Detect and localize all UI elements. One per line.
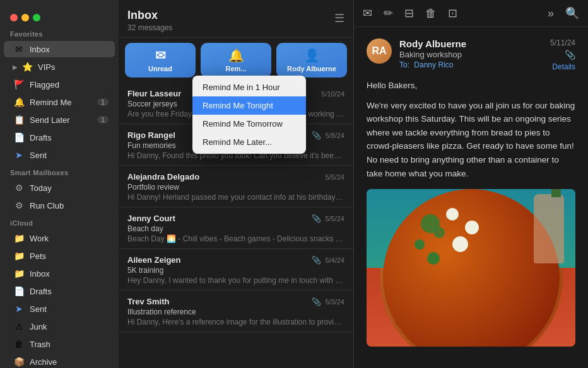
detail-to-label: To: — [399, 60, 409, 69]
minimize-button[interactable] — [21, 14, 29, 21]
email-subject-4: 5K training — [127, 266, 344, 275]
sidebar-item-drafts[interactable]: 📄 Drafts — [4, 129, 115, 146]
archive-toolbar-icon[interactable]: ⊟ — [404, 6, 414, 20]
detail-email-header: RA Rody Albuerne Baking workshop To: Dan… — [367, 38, 575, 71]
dropdown-remind-tomorrow[interactable]: Remind Me Tomorrow — [192, 115, 306, 133]
detail-to-name: Danny Rico — [414, 60, 453, 69]
sidebar-item-flagged[interactable]: 🚩 Flagged — [4, 76, 115, 93]
sidebar-item-icloud-inbox[interactable]: 📁 Inbox — [4, 265, 115, 282]
favorites-section-label: Favorites — [0, 25, 119, 40]
sidebar-item-inbox-label: Inbox — [30, 45, 109, 54]
sidebar-item-send-later[interactable]: 📋 Send Later 1 — [4, 112, 115, 128]
email-sender-5: Trev Smith — [127, 297, 169, 306]
detail-body-greeting: Hello Bakers, — [367, 79, 575, 93]
sidebar-item-sent[interactable]: ➤ Sent — [4, 147, 115, 163]
unread-btn-icon: ✉ — [155, 48, 166, 63]
work-folder-icon: 📁 — [13, 232, 25, 244]
attachment-icon-5: 📎 — [312, 297, 321, 306]
delete-icon[interactable]: 🗑 — [425, 7, 437, 20]
sidebar-item-pets[interactable]: 📁 Pets — [4, 248, 115, 264]
detail-date-area: 5/11/24 📎 Details — [550, 38, 575, 71]
detail-sender-name: Rody Albuerne — [399, 38, 550, 49]
email-preview-4: Hey Danny, I wanted to thank you for put… — [127, 276, 344, 285]
move-icon[interactable]: ⊡ — [448, 6, 457, 20]
filter-remind-button[interactable]: 🔔 Rem... — [201, 43, 271, 78]
email-subject-2: Portfolio review — [127, 183, 344, 192]
icloud-sent-icon: ➤ — [13, 302, 25, 315]
email-date-1: 5/8/24 — [325, 132, 344, 139]
sidebar-item-pets-label: Pets — [30, 251, 109, 261]
email-preview-3: Beach Day 🌅 - Chill vibes - Beach games … — [127, 234, 344, 243]
remind-me-badge: 1 — [97, 98, 109, 106]
email-item-4[interactable]: Aileen Zeigen 📎 5/4/24 5K training Hey D… — [119, 249, 353, 290]
detail-details-link[interactable]: Details — [552, 62, 575, 71]
sidebar-item-icloud-sent[interactable]: ➤ Sent — [4, 301, 115, 317]
email-item-5[interactable]: Trev Smith 📎 5/3/24 Illustration referen… — [119, 290, 353, 332]
send-later-badge: 1 — [97, 116, 109, 124]
dropdown-remind-tonight[interactable]: Remind Me Tonight — [192, 96, 306, 115]
email-list-header: Inbox 32 messages ☰ — [119, 0, 353, 38]
sidebar-item-icloud-drafts[interactable]: 📄 Drafts — [4, 283, 115, 299]
detail-sender-info: Rody Albuerne Baking workshop To: Danny … — [399, 38, 550, 69]
email-date-2: 5/5/24 — [325, 173, 344, 181]
sidebar-item-today[interactable]: ⚙ Today — [4, 180, 115, 196]
email-subject-3: Beach day — [127, 224, 344, 233]
filter-rody-button[interactable]: 👤 Rody Albuerne — [276, 43, 347, 78]
sidebar-item-trash[interactable]: 🗑 Trash — [4, 336, 115, 352]
vips-arrow-icon: ▶ — [13, 64, 18, 71]
detail-panel: ✉ ✏ ⊟ 🗑 ⊡ » 🔍 RA Rody Albuerne Baking wo… — [354, 0, 588, 368]
attachment-icon-3: 📎 — [312, 214, 321, 223]
more-icon[interactable]: » — [548, 7, 554, 20]
sidebar-item-send-later-label: Send Later — [30, 115, 97, 125]
today-icon: ⚙ — [13, 181, 25, 194]
filter-unread-button[interactable]: ✉ Unread — [125, 43, 196, 78]
detail-subject: Baking workshop — [399, 50, 550, 59]
sidebar-item-remind-me[interactable]: 🔔 Remind Me 1 — [4, 94, 115, 110]
sidebar-item-today-label: Today — [30, 183, 109, 193]
sidebar-item-icloud-drafts-label: Drafts — [30, 287, 109, 296]
email-sender-1: Rigo Rangel — [127, 130, 175, 140]
sidebar-item-archive[interactable]: 📦 Archive — [4, 354, 115, 368]
sidebar-item-work[interactable]: 📁 Work — [4, 230, 115, 246]
sidebar-item-flagged-label: Flagged — [30, 80, 109, 89]
sidebar-item-drafts-label: Drafts — [30, 133, 109, 142]
inbox-icon: ✉ — [13, 43, 25, 55]
run-club-icon: ⚙ — [13, 199, 25, 212]
vips-star-icon: ⭐ — [21, 60, 33, 73]
email-list-title: Inbox — [127, 9, 172, 22]
reply-icon[interactable]: ✉ — [363, 6, 372, 20]
detail-body-text: We're very excited to have you all join … — [367, 99, 575, 181]
sidebar-item-inbox[interactable]: ✉ Inbox — [4, 41, 115, 57]
attachment-icon-4: 📎 — [312, 256, 321, 265]
filter-icon[interactable]: ☰ — [334, 11, 344, 25]
sidebar-item-archive-label: Archive — [30, 357, 109, 367]
email-date-5: 5/3/24 — [325, 298, 344, 306]
sidebar-item-junk[interactable]: ⚠ Junk — [4, 318, 115, 335]
email-sender-0: Fleur Lasseur — [127, 89, 181, 98]
search-icon[interactable]: 🔍 — [565, 6, 579, 20]
attachment-icon-1: 📎 — [312, 131, 321, 140]
email-date-0: 5/10/24 — [321, 90, 344, 98]
compose-icon[interactable]: ✏ — [384, 6, 393, 20]
email-item-2[interactable]: Alejandra Delgado 5/5/24 Portfolio revie… — [119, 166, 353, 207]
sent-icon: ➤ — [13, 149, 25, 161]
rody-btn-icon: 👤 — [304, 48, 320, 63]
window-controls — [0, 6, 119, 25]
email-item-3[interactable]: Jenny Court 📎 5/5/24 Beach day Beach Day… — [119, 207, 353, 249]
sidebar-item-run-club[interactable]: ⚙ Run Club — [4, 197, 115, 214]
email-list-panel: Inbox 32 messages ☰ ✉ Unread 🔔 Rem... 👤 … — [119, 0, 354, 368]
sidebar-item-trash-label: Trash — [30, 340, 109, 349]
sidebar-item-vips[interactable]: ▶ ⭐ VIPs — [4, 59, 115, 75]
sidebar-item-work-label: Work — [30, 234, 109, 243]
dropdown-remind-1hour[interactable]: Remind Me in 1 Hour — [192, 78, 306, 96]
email-preview-5: Hi Danny, Here's a reference image for t… — [127, 318, 344, 326]
icloud-inbox-folder-icon: 📁 — [13, 267, 25, 280]
email-sender-4: Aileen Zeigen — [127, 255, 181, 265]
rody-btn-label: Rody Albuerne — [287, 65, 336, 72]
remind-btn-icon: 🔔 — [228, 48, 244, 63]
sidebar-item-junk-label: Junk — [30, 322, 109, 331]
maximize-button[interactable] — [33, 14, 40, 21]
detail-body: Hello Bakers, We're very excited to have… — [367, 79, 575, 180]
close-button[interactable] — [10, 14, 18, 21]
dropdown-remind-later[interactable]: Remind Me Later... — [192, 133, 306, 151]
